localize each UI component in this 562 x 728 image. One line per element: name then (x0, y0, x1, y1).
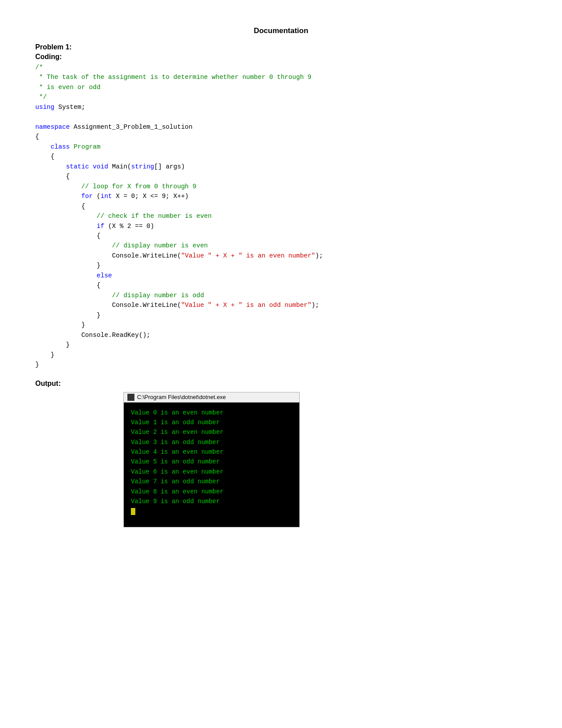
console-line-3: Value 3 is an odd number (131, 437, 292, 447)
namespace-keyword: namespace (35, 123, 70, 131)
console-app-icon (127, 394, 134, 401)
console-cursor-line (131, 506, 292, 516)
page-title: Documentation (35, 26, 527, 35)
int-keyword: int (100, 193, 112, 200)
console-line-9: Value 9 is an odd number (131, 497, 292, 506)
console-window: C:\Program Files\dotnet\dotnet.exe Value… (123, 392, 300, 527)
console-screen: Value 0 is an even number Value 1 is an … (123, 402, 300, 527)
comment-check: // check if the number is even (35, 213, 212, 220)
else-keyword: else (97, 272, 112, 279)
comment-odd: // display number is odd (35, 292, 204, 299)
console-titlebar: C:\Program Files\dotnet\dotnet.exe (123, 392, 300, 402)
console-line-7: Value 7 is an odd number (131, 477, 292, 486)
console-line-5: Value 5 is an odd number (131, 457, 292, 467)
if-keyword: if (97, 223, 104, 230)
console-titlebar-text: C:\Program Files\dotnet\dotnet.exe (137, 394, 226, 400)
code-block: /* * The task of the assignment is to de… (35, 63, 527, 370)
class-name: Program (74, 143, 100, 150)
void-keyword: void (93, 163, 108, 170)
string-even: "Value " + X + " is an even number" (181, 252, 316, 259)
problem-label: Problem 1: (35, 43, 527, 51)
cursor-block (131, 508, 135, 515)
coding-label: Coding: (35, 53, 527, 61)
console-line-0: Value 0 is an even number (131, 408, 292, 418)
output-label: Output: (35, 380, 527, 388)
comment-even: // display number is even (35, 242, 208, 249)
string-keyword: string (131, 163, 154, 170)
console-line-1: Value 1 is an odd number (131, 418, 292, 427)
class-keyword: class (51, 143, 70, 150)
console-line-4: Value 4 is an even number (131, 447, 292, 457)
console-line-2: Value 2 is an even number (131, 427, 292, 437)
comment-loop: // loop for X from 0 through 9 (35, 183, 196, 190)
for-keyword: for (81, 193, 93, 200)
comment-block: /* * The task of the assignment is to de… (35, 64, 312, 101)
using-keyword: using (35, 104, 55, 111)
console-line-6: Value 6 is an even number (131, 467, 292, 477)
console-line-8: Value 8 is an even number (131, 487, 292, 497)
string-odd: "Value " + X + " is an odd number" (181, 302, 312, 309)
static-keyword: static (66, 163, 89, 170)
